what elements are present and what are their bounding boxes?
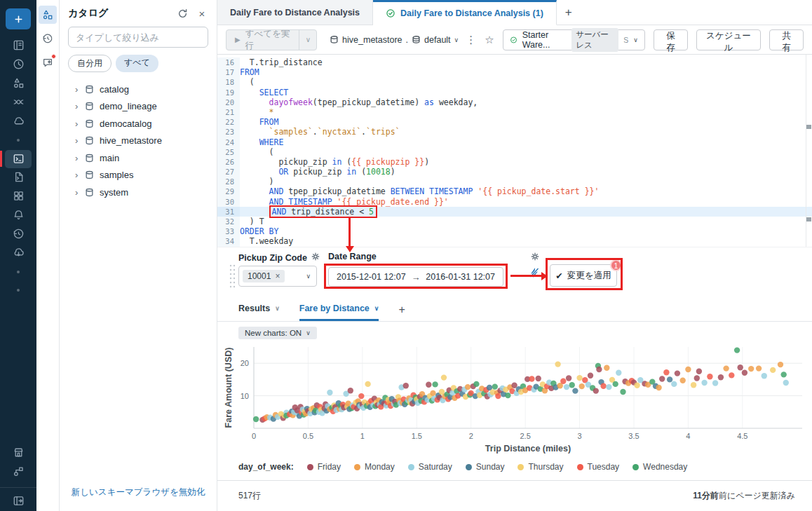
share-button[interactable]: 共有 <box>769 29 804 50</box>
chevron-right-icon[interactable]: › <box>75 135 85 146</box>
line-number: 23 <box>217 127 240 137</box>
sidebar-item-alerts[interactable] <box>0 206 36 225</box>
code-line-21[interactable]: 21 * <box>217 107 812 117</box>
chevron-right-icon[interactable]: › <box>75 84 85 95</box>
gear-icon[interactable] <box>530 252 540 264</box>
chevron-right-icon[interactable]: › <box>75 187 85 198</box>
code-line-29[interactable]: 29 AND tpep_pickup_datetime BETWEEN TIME… <box>217 186 812 196</box>
code-line-27[interactable]: 27 OR pickup_zip in (10018) <box>217 167 812 177</box>
sidebar-item-compute[interactable] <box>0 112 36 131</box>
filter-chip-0[interactable]: 自分用 <box>68 55 111 72</box>
run-on-change-icon[interactable] <box>529 267 540 278</box>
add-visualization-button[interactable]: + <box>398 298 405 321</box>
sidebar-item-partner-connect[interactable] <box>0 463 36 482</box>
close-icon[interactable]: × <box>196 7 208 20</box>
date-start[interactable]: 2015-12-01 12:07 <box>337 272 406 282</box>
chevron-right-icon[interactable]: › <box>75 170 85 180</box>
chevron-right-icon[interactable]: › <box>75 118 85 129</box>
date-end[interactable]: 2016-01-31 12:07 <box>426 272 495 282</box>
sidebar-item-catalog[interactable] <box>0 74 36 93</box>
chevron-down-icon[interactable]: ∨ <box>374 305 379 312</box>
sidebar-item-query-history[interactable] <box>0 225 36 244</box>
rail-item-assistant[interactable] <box>39 53 57 71</box>
code-line-18[interactable]: 18 ( <box>217 77 812 87</box>
legend-item-wednesday[interactable]: Wednesday <box>632 462 687 472</box>
sidebar-item-queries[interactable] <box>0 168 36 187</box>
code-line-24[interactable]: 24 WHERE <box>217 137 812 147</box>
legend-item-tuesday[interactable]: Tuesday <box>577 462 620 472</box>
legend-item-saturday[interactable]: Saturday <box>408 462 452 472</box>
save-button[interactable]: 保存 <box>654 29 688 50</box>
new-tab-button[interactable]: + <box>557 0 581 25</box>
rail-item-catalog[interactable] <box>39 6 57 24</box>
sidebar-item-workspace[interactable] <box>0 36 36 55</box>
chevron-right-icon[interactable]: › <box>75 101 85 111</box>
sidebar-item-sql-editor[interactable] <box>0 149 36 168</box>
chevron-down-icon[interactable]: ∨ <box>275 305 280 312</box>
tab-fare-by-distance[interactable]: Fare by Distance ∨ <box>299 298 379 321</box>
rail-item-history[interactable] <box>39 29 57 48</box>
sidebar-item-collapse[interactable] <box>0 492 36 511</box>
code-line-32[interactable]: 32 ) T <box>217 217 812 226</box>
legend-item-thursday[interactable]: Thursday <box>517 462 563 472</box>
gear-icon[interactable] <box>311 252 320 264</box>
disable-schema-browser-link[interactable]: 新しいスキーマブラウザを無効化 <box>72 487 205 497</box>
code-line-19[interactable]: 19 SELECT <box>217 88 812 97</box>
sidebar-item-marketplace[interactable] <box>0 444 36 463</box>
sidebar-item-workflows[interactable] <box>0 93 36 112</box>
tree-item-catalog[interactable]: ›catalog <box>60 81 217 98</box>
code-line-22[interactable]: 22 FROM <box>217 117 812 127</box>
tree-item-samples[interactable]: ›samples <box>60 167 217 184</box>
run-all-button[interactable]: ▶ すべてを実行 ∨ <box>226 29 317 50</box>
favorite-star-icon[interactable]: ☆ <box>485 34 494 46</box>
refresh-icon[interactable] <box>176 7 189 20</box>
query-tab-1[interactable]: Daily Fare to Distance Analysis (1) <box>373 0 557 25</box>
tree-item-hive_metastore[interactable]: ›hive_metastore <box>60 132 217 150</box>
legend-item-friday[interactable]: Friday <box>307 462 341 472</box>
catalog-schema-selector[interactable]: hive_metastore . default ∨ <box>330 35 459 45</box>
warehouse-status-icon <box>510 35 517 45</box>
sidebar-item-new[interactable] <box>0 6 36 32</box>
svg-text:1.5: 1.5 <box>412 432 422 440</box>
kebab-menu-icon[interactable]: ⋮ <box>466 34 476 46</box>
code-line-33[interactable]: 33ORDER BY <box>217 226 812 236</box>
date-range-picker[interactable]: 2015-12-01 12:07 → 2016-01-31 12:07 <box>328 267 503 287</box>
schedule-button[interactable]: スケジュール <box>696 29 761 50</box>
code-line-28[interactable]: 28 ) <box>217 177 812 186</box>
apply-changes-button[interactable]: ✔ 変更を適用 1 <box>550 264 617 287</box>
sidebar-item-data-ingestion[interactable] <box>0 244 36 263</box>
query-tab-0[interactable]: Daily Fare to Distance Analysis <box>217 0 373 25</box>
code-line-34[interactable]: 34 T.weekday <box>217 236 812 246</box>
tab-results[interactable]: Results ∨ <box>238 298 280 321</box>
tree-item-main[interactable]: ›main <box>60 149 217 167</box>
legend-item-monday[interactable]: Monday <box>354 462 395 472</box>
code-line-17[interactable]: 17FROM <box>217 67 812 77</box>
new-charts-toggle[interactable]: New charts: ON ∨ <box>238 327 317 339</box>
code-line-25[interactable]: 25 ( <box>217 147 812 157</box>
warehouse-selector[interactable]: Starter Ware... サーバーレス S ∨ <box>503 29 645 50</box>
filter-chip-1[interactable]: すべて <box>116 55 158 72</box>
tree-item-democatalog[interactable]: ›democatalog <box>60 115 217 132</box>
catalog-search-input[interactable] <box>68 27 208 48</box>
code-line-20[interactable]: 20 dayofweek(tpep_pickup_datetime) as we… <box>217 97 812 107</box>
code-line-31[interactable]: 31 AND trip_distance < 5 <box>217 207 812 217</box>
line-number: 16 <box>217 57 240 67</box>
code-line-16[interactable]: 16 T.trip_distance <box>217 57 812 67</box>
legend-item-sunday[interactable]: Sunday <box>466 462 505 472</box>
run-options-dropdown[interactable]: ∨ <box>299 30 316 50</box>
tree-item-demo_lineage[interactable]: ›demo_lineage <box>60 98 217 116</box>
warehouse-name: Starter Ware... <box>522 30 567 50</box>
line-number: 22 <box>217 117 240 127</box>
sidebar-item-dashboards[interactable] <box>0 187 36 206</box>
chip-remove-icon[interactable]: × <box>275 271 280 281</box>
sidebar-item-recents[interactable] <box>0 55 36 74</box>
scatter-chart[interactable]: 00.511.522.533.544.51020Trip Distance (m… <box>223 341 809 461</box>
editor-scrollbar[interactable] <box>806 55 812 247</box>
code-line-23[interactable]: 23 `samples`.`nyctaxi`.`trips` <box>217 127 812 137</box>
tree-item-system[interactable]: ›system <box>60 184 217 201</box>
pickup-zip-dropdown[interactable]: 10001 × ∨ <box>238 266 317 287</box>
chevron-right-icon[interactable]: › <box>75 153 85 163</box>
code-line-26[interactable]: 26 pickup_zip in ({{ pickupzip }}) <box>217 157 812 167</box>
sql-editor[interactable]: 16 T.trip_distance17FROM18 (19 SELECT20 … <box>217 55 812 247</box>
drag-handle[interactable] <box>229 263 236 288</box>
